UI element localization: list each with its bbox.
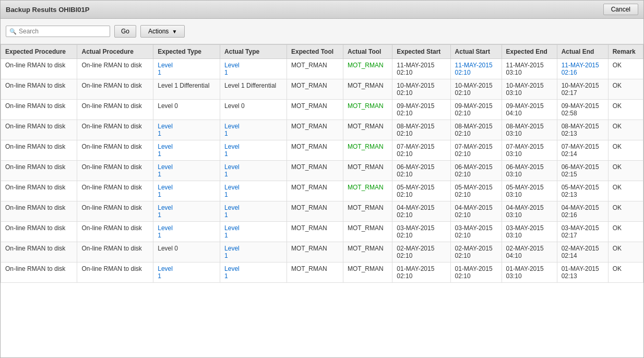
title-bar: Backup Results OHIBI01P Cancel xyxy=(1,1,643,19)
cell-link[interactable]: MOT_RMAN xyxy=(348,143,384,150)
col-expected-type: Expected Type xyxy=(153,45,220,59)
table-row: On-line RMAN to diskOn-line RMAN to disk… xyxy=(1,201,643,222)
table-row: On-line RMAN to diskOn-line RMAN to disk… xyxy=(1,59,643,79)
table-row: On-line RMAN to diskOn-line RMAN to disk… xyxy=(1,181,643,201)
table-row: On-line RMAN to diskOn-line RMAN to disk… xyxy=(1,161,643,181)
main-window: Backup Results OHIBI01P Cancel 🔍 Go Acti… xyxy=(0,0,644,358)
col-actual-type: Actual Type xyxy=(220,45,287,59)
col-expected-tool: Expected Tool xyxy=(287,45,343,59)
cell-link[interactable]: Level1 xyxy=(158,204,173,219)
cell-link[interactable]: Level1 xyxy=(224,265,240,280)
cell-link[interactable]: Level1 xyxy=(224,163,240,178)
cell-link[interactable]: Level1 xyxy=(224,143,240,158)
cell-link[interactable]: Level1 xyxy=(224,204,240,219)
cell-link[interactable]: MOT_RMAN xyxy=(348,62,384,69)
cell-link[interactable]: Level1 xyxy=(224,224,240,239)
search-container: 🔍 xyxy=(6,26,110,37)
cell-link[interactable]: Level1 xyxy=(158,123,173,137)
cell-link[interactable]: MOT_RMAN xyxy=(348,184,384,191)
window-title: Backup Results OHIBI01P xyxy=(6,6,89,14)
table-row: On-line RMAN to diskOn-line RMAN to disk… xyxy=(1,120,643,140)
table-row: On-line RMAN to diskOn-line RMAN to disk… xyxy=(1,79,643,100)
cell-link[interactable]: Level1 xyxy=(158,265,173,280)
cell-link[interactable]: 11-MAY-201502:16 xyxy=(562,62,599,76)
cell-link[interactable]: Level1 xyxy=(224,245,240,259)
col-actual-start: Actual Start xyxy=(450,45,502,59)
cancel-button[interactable]: Cancel xyxy=(603,4,638,15)
table-container: Expected Procedure Actual Procedure Expe… xyxy=(1,44,643,283)
table-header-row: Expected Procedure Actual Procedure Expe… xyxy=(1,45,643,59)
table-row: On-line RMAN to diskOn-line RMAN to disk… xyxy=(1,140,643,161)
actions-label: Actions xyxy=(148,28,169,35)
cell-link[interactable]: Level1 xyxy=(224,123,240,137)
table-row: On-line RMAN to diskOn-line RMAN to disk… xyxy=(1,100,643,120)
cell-link[interactable]: Level1 xyxy=(158,143,173,158)
col-actual-procedure: Actual Procedure xyxy=(77,45,153,59)
table-row: On-line RMAN to diskOn-line RMAN to disk… xyxy=(1,262,643,283)
col-expected-procedure: Expected Procedure xyxy=(1,45,77,59)
actions-button[interactable]: Actions ▼ xyxy=(140,25,185,38)
cell-link[interactable]: Level1 xyxy=(224,62,240,76)
table-row: On-line RMAN to diskOn-line RMAN to disk… xyxy=(1,222,643,242)
go-button[interactable]: Go xyxy=(114,25,136,38)
chevron-down-icon: ▼ xyxy=(172,29,177,34)
toolbar: 🔍 Go Actions ▼ xyxy=(1,19,643,44)
cell-link[interactable]: Level1 xyxy=(158,224,173,239)
cell-link[interactable]: Level1 xyxy=(224,184,240,198)
cell-link[interactable]: Level1 xyxy=(158,184,173,198)
cell-link[interactable]: 11-MAY-201502:10 xyxy=(455,62,493,76)
col-expected-end: Expected End xyxy=(502,45,557,59)
col-actual-tool: Actual Tool xyxy=(343,45,392,59)
cell-link[interactable]: Level1 xyxy=(158,62,173,76)
col-actual-end: Actual End xyxy=(557,45,608,59)
col-expected-start: Expected Start xyxy=(392,45,450,59)
search-icon: 🔍 xyxy=(9,28,17,35)
col-remark: Remark xyxy=(608,45,643,59)
cell-link[interactable]: MOT_RMAN xyxy=(348,102,384,110)
cell-link[interactable]: Level1 xyxy=(158,163,173,178)
search-input[interactable] xyxy=(19,28,102,35)
table-row: On-line RMAN to diskOn-line RMAN to disk… xyxy=(1,242,643,262)
results-table: Expected Procedure Actual Procedure Expe… xyxy=(1,44,643,283)
